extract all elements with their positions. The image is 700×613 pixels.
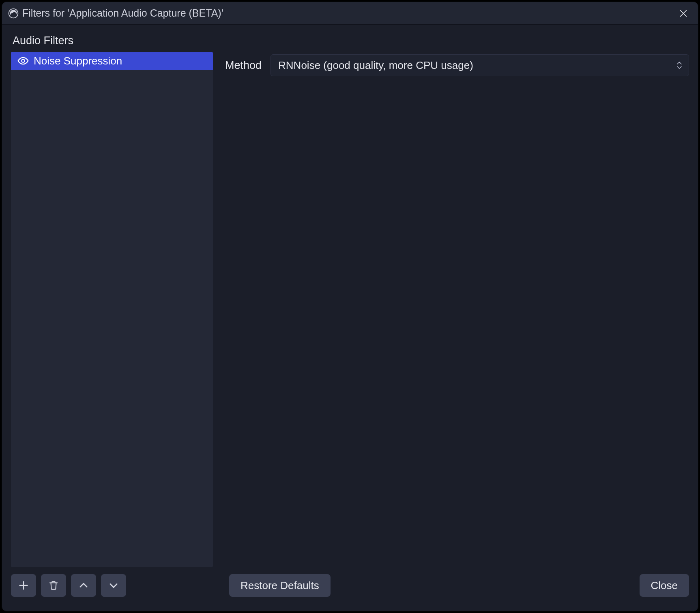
dialog-footer: Restore Defaults Close — [2, 567, 698, 611]
method-label: Method — [225, 59, 262, 72]
close-icon — [679, 9, 688, 18]
restore-defaults-button[interactable]: Restore Defaults — [229, 574, 331, 597]
close-button-label: Close — [651, 579, 678, 592]
restore-defaults-label: Restore Defaults — [240, 579, 319, 592]
method-select[interactable]: RNNoise (good quality, more CPU usage) — [271, 54, 689, 76]
method-select-value: RNNoise (good quality, more CPU usage) — [278, 59, 473, 72]
chevron-up-icon — [78, 580, 89, 591]
move-filter-up-button[interactable] — [71, 574, 96, 597]
plus-icon — [18, 580, 29, 591]
move-filter-down-button[interactable] — [101, 574, 126, 597]
window-close-button[interactable] — [676, 6, 691, 21]
add-filter-button[interactable] — [11, 574, 36, 597]
titlebar: Filters for 'Application Audio Capture (… — [2, 2, 698, 25]
visibility-toggle-icon[interactable] — [17, 55, 29, 66]
obs-icon — [8, 8, 19, 19]
chevron-down-icon — [108, 580, 119, 591]
filter-item-noise-suppression[interactable]: Noise Suppression — [11, 52, 213, 70]
svg-point-3 — [21, 59, 24, 62]
window-title: Filters for 'Application Audio Capture (… — [22, 7, 223, 19]
filter-settings-panel: Method RNNoise (good quality, more CPU u… — [225, 52, 689, 567]
method-row: Method RNNoise (good quality, more CPU u… — [225, 54, 689, 76]
main-row: Noise Suppression Method RNNoise (good q… — [11, 52, 689, 567]
filter-item-label: Noise Suppression — [34, 55, 122, 67]
trash-icon — [48, 580, 59, 591]
audio-filters-heading: Audio Filters — [13, 34, 689, 47]
remove-filter-button[interactable] — [41, 574, 66, 597]
filter-list[interactable]: Noise Suppression — [11, 52, 213, 567]
dialog-content: Audio Filters Noise Suppression — [2, 25, 698, 567]
select-caret-icon — [676, 62, 682, 69]
filters-dialog: Filters for 'Application Audio Capture (… — [2, 2, 698, 611]
close-button[interactable]: Close — [640, 574, 689, 597]
